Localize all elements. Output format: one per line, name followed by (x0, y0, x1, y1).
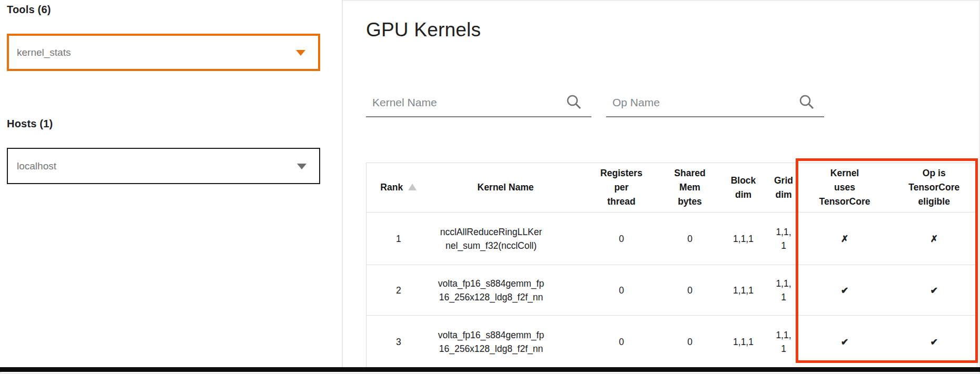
cell-kernel-name: ncclAllReduceRingLLKernel_sum_f32(ncclCo… (431, 213, 581, 265)
chevron-down-icon (297, 164, 306, 169)
cell-kernel-uses-tensorcore: ✔ (798, 265, 892, 316)
cell-kernel-uses-tensorcore: ✗ (798, 213, 892, 265)
cell-block-dim: 1,1,1 (718, 316, 769, 368)
op-name-search-input[interactable] (606, 79, 824, 116)
header-op-is-tensorcore-eligible: Op is TensorCore eligible (892, 163, 977, 213)
cell-kernel-name: volta_fp16_s884gemm_fp16_256x128_ldg8_f2… (431, 265, 581, 316)
cell-registers-per-thread: 0 (581, 213, 662, 265)
profiler-kernel-stats-page: Tools (6) kernel_stats Hosts (1) localho… (0, 0, 980, 374)
sort-ascending-icon (408, 184, 417, 190)
header-grid-dim: Grid dim (769, 163, 798, 213)
table-row: 3 volta_fp16_s884gemm_fp16_256x128_ldg8_… (367, 316, 977, 368)
bottom-divider-bar (0, 367, 980, 372)
gpu-kernels-table: Rank Kernel Name Registers per thread Sh… (366, 163, 977, 368)
hosts-select-value: localhost (17, 160, 56, 172)
header-rank[interactable]: Rank (367, 163, 431, 213)
cell-rank: 2 (367, 265, 431, 316)
cell-shared-mem-bytes: 0 (662, 213, 718, 265)
cell-kernel-name: volta_fp16_s884gemm_fp16_256x128_ldg8_f2… (431, 316, 581, 368)
tools-section-label: Tools (6) (7, 4, 51, 16)
cell-grid-dim: 1,1, 1 (769, 265, 798, 316)
main-content: GPU Kernels Rank Kernel Name Re (344, 0, 980, 367)
cell-shared-mem-bytes: 0 (662, 265, 718, 316)
cell-grid-dim: 1,1, 1 (769, 213, 798, 265)
table-row: 2 volta_fp16_s884gemm_fp16_256x128_ldg8_… (367, 265, 977, 316)
hosts-section-label: Hosts (1) (7, 118, 53, 130)
cell-registers-per-thread: 0 (581, 265, 662, 316)
cell-block-dim: 1,1,1 (718, 213, 769, 265)
tools-select-value: kernel_stats (17, 47, 71, 58)
search-icon (799, 94, 815, 110)
tools-select[interactable]: kernel_stats (7, 34, 320, 71)
cell-kernel-uses-tensorcore: ✔ (798, 316, 892, 368)
header-shared-mem-bytes: Shared Mem bytes (662, 163, 718, 213)
search-icon (566, 94, 582, 110)
header-kernel-name: Kernel Name (431, 163, 581, 213)
cell-grid-dim: 1,1, 1 (769, 316, 798, 368)
cell-rank: 3 (367, 316, 431, 368)
kernel-name-search-field (366, 79, 591, 117)
header-registers-per-thread: Registers per thread (581, 163, 662, 213)
cell-rank: 1 (367, 213, 431, 265)
table-header-row: Rank Kernel Name Registers per thread Sh… (367, 163, 977, 213)
header-kernel-uses-tensorcore: Kernel uses TensorCore (798, 163, 892, 213)
header-rank-label: Rank (380, 182, 403, 193)
cell-op-is-tensorcore-eligible: ✔ (892, 316, 977, 368)
page-title: GPU Kernels (366, 19, 481, 41)
table-row: 1 ncclAllReduceRingLLKernel_sum_f32(nccl… (367, 213, 977, 265)
cell-registers-per-thread: 0 (581, 316, 662, 368)
hosts-select[interactable]: localhost (7, 148, 320, 184)
op-name-search-field (606, 79, 824, 117)
sidebar: Tools (6) kernel_stats Hosts (1) localho… (0, 0, 343, 367)
chevron-down-icon (296, 50, 305, 56)
cell-block-dim: 1,1,1 (718, 265, 769, 316)
cell-op-is-tensorcore-eligible: ✔ (892, 265, 977, 316)
cell-shared-mem-bytes: 0 (662, 316, 718, 368)
cell-op-is-tensorcore-eligible: ✗ (892, 213, 977, 265)
header-block-dim: Block dim (718, 163, 769, 213)
kernel-name-search-input[interactable] (366, 79, 591, 116)
